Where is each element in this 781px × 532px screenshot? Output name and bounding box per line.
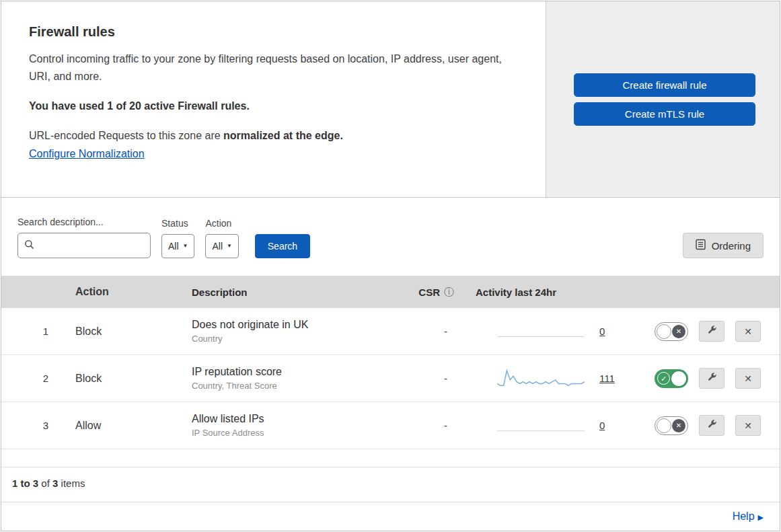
- table-bottom-spacer: [1, 449, 780, 467]
- search-input[interactable]: [17, 233, 151, 258]
- help-bar: Help▶: [1, 502, 780, 531]
- rule-activity-cell: 0: [470, 420, 645, 431]
- rule-description-cell: Does not originate in UK Country: [176, 319, 389, 344]
- csr-header-label: CSR: [418, 287, 440, 298]
- rule-csr-value: -: [389, 420, 470, 431]
- enable-toggle[interactable]: ✓ ✕: [655, 416, 688, 435]
- help-arrow-icon: ▶: [758, 513, 764, 521]
- status-label: Status: [161, 218, 194, 229]
- close-icon: ✕: [744, 420, 752, 431]
- configure-normalization-link[interactable]: Configure Normalization: [29, 148, 145, 159]
- rule-priority: 1: [1, 326, 62, 337]
- delete-rule-button[interactable]: ✕: [735, 368, 761, 389]
- table-row: 2 Block IP reputation score Country, Thr…: [1, 355, 780, 402]
- rule-description: Allow listed IPs: [192, 413, 389, 425]
- create-mtls-rule-button[interactable]: Create mTLS rule: [574, 102, 755, 126]
- enable-toggle[interactable]: ✓ ✕: [655, 322, 688, 341]
- x-icon: ✕: [672, 419, 685, 432]
- summary-items: items: [58, 478, 85, 489]
- info-icon[interactable]: ⓘ: [444, 286, 454, 299]
- help-link-label: Help: [733, 510, 755, 522]
- activity-sparkline: [497, 367, 585, 390]
- header-actions-panel: Create firewall rule Create mTLS rule: [546, 1, 780, 197]
- table-row: 3 Allow Allow listed IPs IP Source Addre…: [1, 402, 780, 449]
- action-dropdown[interactable]: All ▼: [205, 234, 238, 258]
- rule-controls: ✓ ✕ ✕: [645, 415, 780, 436]
- delete-rule-button[interactable]: ✕: [735, 321, 761, 342]
- summary-of: of: [38, 478, 52, 489]
- rule-description: IP reputation score: [192, 366, 389, 378]
- rule-priority: 2: [1, 373, 62, 384]
- column-header-description: Description: [176, 287, 389, 298]
- close-icon: ✕: [744, 373, 752, 384]
- action-label: Action: [205, 218, 238, 229]
- usage-summary: You have used 1 of 20 active Firewall ru…: [29, 100, 519, 112]
- status-dropdown-value: All: [168, 241, 179, 252]
- column-header-action: Action: [62, 286, 176, 298]
- toggle-knob: [657, 418, 671, 433]
- column-header-activity: Activity last 24hr: [470, 287, 645, 298]
- toggle-knob: [671, 371, 686, 386]
- close-icon: ✕: [744, 326, 752, 337]
- normalization-bold: normalized at the edge.: [223, 130, 343, 141]
- normalization-note: URL-encoded Requests to this zone are no…: [29, 130, 519, 142]
- filter-bar: Search description... Status All ▼ Actio…: [1, 198, 780, 276]
- page-title: Firewall rules: [29, 24, 519, 40]
- rule-csr-value: -: [389, 326, 470, 337]
- activity-sparkline-empty: [497, 326, 585, 337]
- edit-rule-button[interactable]: [699, 368, 724, 389]
- header-section: Firewall rules Control incoming traffic …: [1, 1, 780, 198]
- rule-controls: ✓ ✕ ✕: [645, 368, 780, 389]
- column-header-csr: CSR ⓘ: [389, 286, 470, 299]
- search-label: Search description...: [17, 217, 151, 227]
- rule-fields: Country: [192, 334, 389, 344]
- check-icon: ✓: [657, 372, 670, 385]
- delete-rule-button[interactable]: ✕: [735, 415, 761, 436]
- firewall-rules-page: Firewall rules Control incoming traffic …: [1, 1, 780, 531]
- rule-controls: ✓ ✕ ✕: [645, 321, 780, 342]
- ordering-button-label: Ordering: [712, 240, 751, 252]
- rule-priority: 3: [1, 420, 62, 431]
- ordering-button[interactable]: Ordering: [683, 233, 764, 258]
- action-dropdown-value: All: [212, 241, 223, 252]
- normalization-text: URL-encoded Requests to this zone are: [29, 130, 223, 141]
- activity-sparkline-empty: [497, 420, 585, 431]
- rule-action: Block: [62, 326, 176, 338]
- page-description: Control incoming traffic to your zone by…: [29, 50, 508, 85]
- status-filter-group: Status All ▼: [161, 218, 194, 258]
- activity-count-link[interactable]: 0: [599, 326, 605, 337]
- toggle-knob: [657, 324, 671, 339]
- wrench-icon: [706, 419, 717, 432]
- rule-activity-cell: 111: [470, 367, 645, 390]
- ordering-list-icon: [696, 239, 706, 252]
- rule-description: Does not originate in UK: [192, 319, 389, 331]
- rule-action: Block: [62, 373, 176, 385]
- create-firewall-rule-button[interactable]: Create firewall rule: [574, 73, 755, 97]
- rule-csr-value: -: [389, 373, 470, 384]
- search-input-wrapper: [17, 233, 151, 258]
- chevron-down-icon: ▼: [183, 243, 188, 249]
- table-header: Action Description CSR ⓘ Activity last 2…: [1, 276, 780, 308]
- table-row: 1 Block Does not originate in UK Country…: [1, 308, 780, 355]
- rule-fields: IP Source Address: [192, 428, 389, 438]
- search-button[interactable]: Search: [255, 234, 310, 258]
- search-group: Search description...: [17, 217, 151, 258]
- activity-count-link[interactable]: 111: [599, 373, 615, 384]
- wrench-icon: [706, 372, 717, 385]
- search-icon: [24, 239, 35, 253]
- wrench-icon: [706, 325, 717, 338]
- edit-rule-button[interactable]: [699, 321, 724, 342]
- x-icon: ✕: [672, 325, 685, 338]
- enable-toggle[interactable]: ✓ ✕: [655, 369, 688, 388]
- rule-activity-cell: 0: [470, 326, 645, 337]
- status-dropdown[interactable]: All ▼: [161, 234, 194, 258]
- action-filter-group: Action All ▼: [205, 218, 238, 258]
- activity-count-link[interactable]: 0: [599, 420, 605, 431]
- summary-range: 1 to 3: [12, 478, 38, 489]
- help-link[interactable]: Help▶: [733, 510, 764, 522]
- header-info: Firewall rules Control incoming traffic …: [1, 1, 546, 197]
- rule-action: Allow: [62, 420, 176, 432]
- edit-rule-button[interactable]: [699, 415, 724, 436]
- rule-description-cell: Allow listed IPs IP Source Address: [176, 413, 389, 438]
- rule-fields: Country, Threat Score: [192, 381, 389, 391]
